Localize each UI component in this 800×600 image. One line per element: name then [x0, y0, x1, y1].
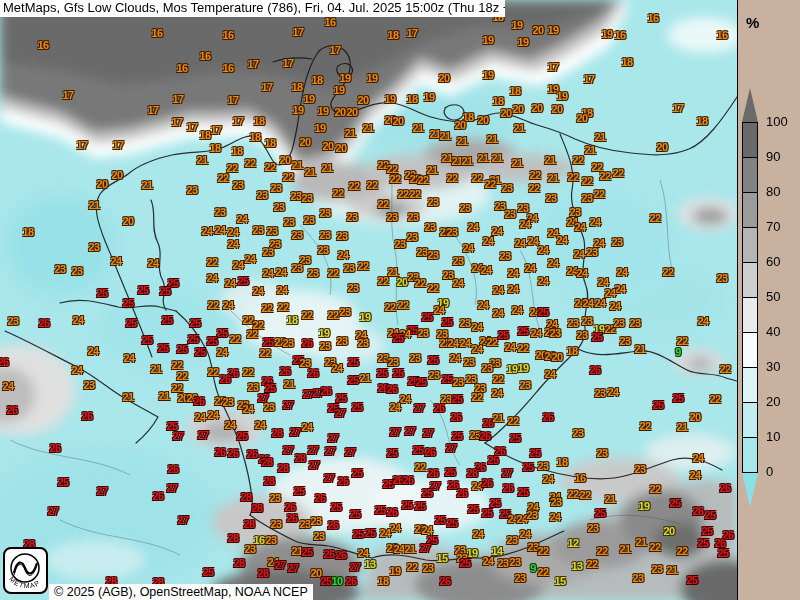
metmaps-logo-icon: METMAPS [5, 549, 46, 592]
attribution: © 2025 (AGB), OpenStreetMap, NOAA NCEP [49, 584, 313, 600]
scale-tick-label: 50 [766, 290, 780, 304]
map-area[interactable]: 1616161717171717171617161616171717171818… [0, 0, 737, 600]
scale-tick-label: 0 [766, 465, 773, 479]
scale-arrow-down [742, 473, 758, 507]
scale-bar [742, 122, 758, 473]
scale-tick-label: 10 [766, 430, 780, 444]
scale-tick-label: 80 [766, 185, 780, 199]
scale-segment [743, 403, 757, 438]
scale-segment [743, 368, 757, 403]
cloud-cover-scale: 1009080706050403020100 [742, 88, 800, 507]
scale-tick-label: 20 [766, 395, 780, 409]
map-canvas[interactable] [0, 0, 737, 600]
scale-segment [743, 298, 757, 333]
legend-panel: % 1009080706050403020100 [737, 0, 800, 600]
scale-tick-label: 90 [766, 150, 780, 164]
scale-segment [743, 123, 757, 158]
scale-unit-label: % [746, 14, 759, 31]
scale-tick-label: 40 [766, 325, 780, 339]
scale-tick-label: 100 [766, 115, 788, 129]
scale-segment [743, 438, 757, 473]
scale-segment [743, 193, 757, 228]
scale-arrow-up [742, 88, 758, 122]
scale-segment [743, 263, 757, 298]
scale-tick-label: 70 [766, 220, 780, 234]
map-title: MetMaps, Gfs Low Clouds, Mos Temperature… [0, 0, 505, 17]
scale-segment [743, 333, 757, 368]
scale-segment [743, 228, 757, 263]
scale-tick-label: 30 [766, 360, 780, 374]
scale-tick-label: 60 [766, 255, 780, 269]
scale-segment [743, 158, 757, 193]
metmaps-logo: METMAPS [3, 547, 48, 594]
weather-map-app: 1616161717171717171617161616171717171818… [0, 0, 800, 600]
